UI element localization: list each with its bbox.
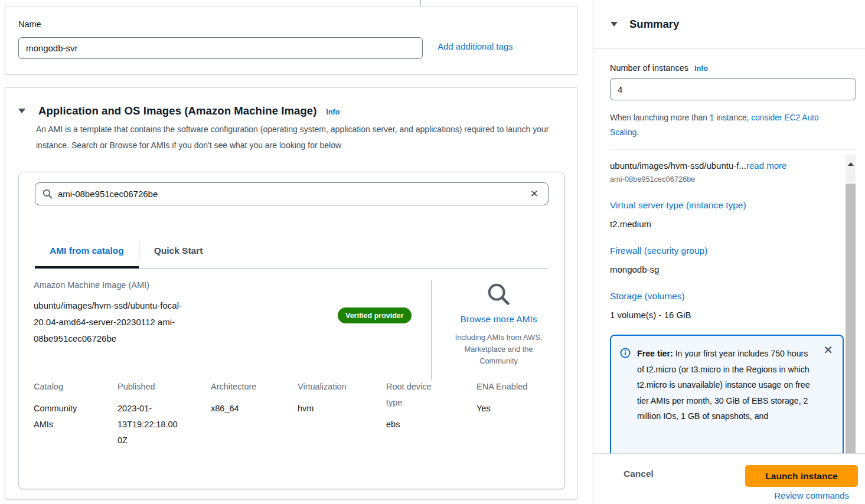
attr-label: Architecture bbox=[211, 379, 298, 395]
launch-instance-page: Name Add additional tags Application and… bbox=[0, 0, 865, 504]
ami-tabs: AMI from catalog Quick Start bbox=[35, 234, 549, 269]
divider bbox=[5, 0, 5, 6]
instance-type-value: t2.medium bbox=[610, 219, 848, 229]
launch-instance-button[interactable]: Launch instance bbox=[745, 465, 858, 487]
cancel-button[interactable]: Cancel bbox=[624, 469, 654, 479]
tab-ami-from-catalog[interactable]: AMI from catalog bbox=[35, 234, 139, 269]
attr-architecture: Architecture x86_64 bbox=[211, 379, 298, 449]
ami-search-box: ✕ bbox=[35, 182, 549, 205]
ami-attributes: Catalog Community AMIs Published 2023-01… bbox=[34, 379, 547, 449]
note-text: . bbox=[636, 128, 639, 137]
info-link[interactable]: Info bbox=[694, 64, 708, 73]
tab-label: Quick Start bbox=[154, 246, 203, 256]
attr-label: Published bbox=[117, 379, 211, 395]
name-label: Name bbox=[18, 19, 41, 29]
summary-scroll-area: ubuntu/images/hvm-ssd/ubuntu-f...read mo… bbox=[593, 153, 848, 453]
summary-header: Summary bbox=[593, 0, 865, 49]
instance-type-link[interactable]: Virtual server type (instance type) bbox=[610, 200, 848, 211]
instance-name-input[interactable] bbox=[18, 37, 423, 59]
security-group-value: mongodb-sg bbox=[610, 264, 848, 274]
close-icon[interactable]: ✕ bbox=[823, 343, 833, 357]
ami-name: ubuntu/images/hvm-ssd/ubuntu-focal-20.04… bbox=[34, 297, 195, 347]
attr-value: ebs bbox=[386, 417, 476, 433]
browse-more-note: Including AMIs from AWS, Marketplace and… bbox=[449, 332, 549, 367]
number-of-instances-label: Number of instances bbox=[610, 63, 688, 73]
free-tier-infobox: Free tier: In your first year includes 7… bbox=[610, 335, 844, 453]
summary-panel: Summary Number of instances Info When la… bbox=[593, 0, 865, 504]
attr-label: Catalog bbox=[34, 379, 117, 395]
browse-more-amis-link[interactable]: Browse more AMIs bbox=[460, 314, 537, 325]
attr-value: x86_64 bbox=[211, 401, 298, 417]
add-additional-tags-link[interactable]: Add additional tags bbox=[438, 41, 513, 51]
ami-chooser-card: ✕ AMI from catalog Quick Start Amazon Ma… bbox=[18, 172, 565, 489]
search-icon bbox=[43, 189, 53, 199]
review-commands-link[interactable]: Review commands bbox=[774, 490, 849, 500]
attr-published: Published 2023-01-13T19:22:18.000Z bbox=[117, 379, 211, 449]
attr-value: 2023-01-13T19:22:18.000Z bbox=[117, 401, 180, 449]
collapse-caret-icon[interactable] bbox=[18, 109, 25, 113]
attr-root-device-type: Root device type ebs bbox=[386, 379, 476, 449]
attr-value: Yes bbox=[476, 401, 547, 417]
instances-label-row: Number of instances Info bbox=[610, 63, 865, 73]
summary-top: Number of instances Info When launching … bbox=[593, 49, 865, 150]
attr-value: Community AMIs bbox=[34, 401, 93, 433]
divider bbox=[420, 0, 421, 6]
free-tier-bold: Free tier: bbox=[637, 349, 673, 358]
attr-catalog: Catalog Community AMIs bbox=[34, 379, 117, 449]
scroll-up-icon bbox=[848, 162, 854, 166]
summary-ami-name: ubuntu/images/hvm-ssd/ubuntu-f... bbox=[610, 161, 746, 171]
ami-section-description: An AMI is a template that contains the s… bbox=[36, 122, 560, 153]
info-link[interactable]: Info bbox=[327, 108, 340, 116]
scrollbar-thumb[interactable] bbox=[846, 184, 856, 453]
tab-label: AMI from catalog bbox=[50, 246, 124, 256]
summary-ami-line: ubuntu/images/hvm-ssd/ubuntu-f...read mo… bbox=[610, 161, 848, 171]
summary-footer: Cancel Launch instance Review commands bbox=[593, 453, 865, 504]
clear-search-icon[interactable]: ✕ bbox=[530, 188, 538, 200]
info-circle-icon bbox=[620, 348, 631, 453]
ami-section-header: Application and OS Images (Amazon Machin… bbox=[18, 104, 340, 117]
summary-scrollbar bbox=[846, 155, 856, 453]
storage-volumes-link[interactable]: Storage (volumes) bbox=[610, 291, 848, 302]
browse-more-amis-column: Browse more AMIs Including AMIs from AWS… bbox=[431, 280, 566, 380]
attr-label: ENA Enabled bbox=[476, 379, 547, 395]
note-text: When launching more than 1 instance, bbox=[610, 113, 751, 122]
tab-quick-start[interactable]: Quick Start bbox=[139, 234, 218, 268]
summary-ami-id: ami-08be951cec06726be bbox=[610, 175, 848, 184]
summary-title: Summary bbox=[629, 18, 679, 31]
divider bbox=[610, 149, 856, 150]
verified-provider-badge: Verified provider bbox=[338, 307, 412, 323]
attr-label: Virtualization bbox=[298, 379, 386, 395]
ami-section-title: Application and OS Images (Amazon Machin… bbox=[38, 104, 317, 117]
name-and-tags-card: Name Add additional tags bbox=[5, 6, 577, 74]
ami-section-card: Application and OS Images (Amazon Machin… bbox=[5, 87, 577, 499]
attr-label: Root device type bbox=[386, 379, 445, 411]
storage-volumes-value: 1 volume(s) - 16 GiB bbox=[610, 310, 848, 320]
ami-search-input[interactable] bbox=[58, 189, 530, 199]
attr-value: hvm bbox=[298, 401, 386, 417]
free-tier-body: In your first year includes 750 hours of… bbox=[637, 349, 810, 421]
browse-search-icon bbox=[485, 281, 513, 310]
number-of-instances-input[interactable] bbox=[610, 78, 856, 100]
attr-virtualization: Virtualization hvm bbox=[298, 379, 386, 449]
attr-ena-enabled: ENA Enabled Yes bbox=[476, 379, 547, 449]
auto-scaling-note: When launching more than 1 instance, con… bbox=[610, 110, 847, 140]
summary-collapse-caret-icon[interactable] bbox=[611, 22, 618, 27]
free-tier-text: Free tier: In your first year includes 7… bbox=[637, 346, 813, 453]
scroll-up-button[interactable] bbox=[846, 155, 856, 182]
read-more-link[interactable]: read more bbox=[746, 161, 786, 171]
security-group-link[interactable]: Firewall (security group) bbox=[610, 246, 848, 256]
